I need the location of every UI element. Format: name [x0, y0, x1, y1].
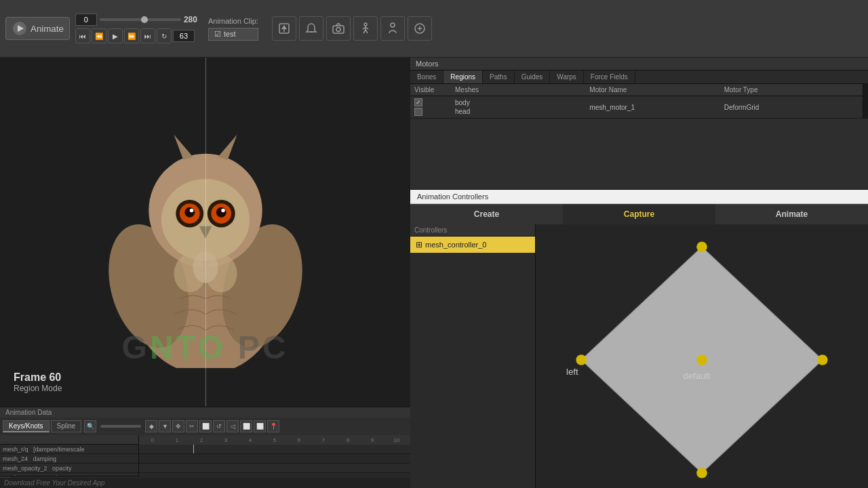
prev-frame-button[interactable]: ⏪: [92, 28, 106, 43]
tab-keys-knots[interactable]: Keys/Knots: [3, 420, 50, 432]
tab-bones[interactable]: Bones: [410, 70, 443, 83]
paste-tool[interactable]: ⬜: [254, 420, 266, 432]
motor-row-0[interactable]: body head mesh_motor_1 DeformGrid: [410, 96, 863, 119]
timeline-track-2: [139, 464, 410, 473]
frame-info: Frame 60 Region Mode: [14, 371, 62, 393]
motors-header: Motors: [410, 58, 868, 70]
bell-icon-button[interactable]: [299, 16, 323, 41]
point-left: [576, 354, 587, 365]
zoom-tool[interactable]: 🔍: [84, 420, 96, 432]
tab-force-fields[interactable]: Force Fields: [584, 70, 635, 83]
timeline-track-0: [139, 445, 410, 454]
track-label-3: mesh_motor_1 Point 6, 7, 3: [0, 473, 138, 476]
animation-data-panel: Animation Data Keys/Knots Spline 🔍 ◆ ▼ ✥…: [0, 407, 410, 488]
motors-tabs: Bones Regions Paths Guides Warps Force F…: [410, 70, 868, 84]
rewind-button[interactable]: ⏮: [75, 28, 90, 43]
timeline-tracks[interactable]: 0 1 2 3 4 5 6 7 8 9 10: [139, 435, 410, 476]
checkbox-body[interactable]: [414, 98, 422, 106]
top-toolbar: Animate 0 280 ⏮ ⏪ ▶ ⏩ ⏭ ↻ 63 Animation C…: [0, 0, 868, 58]
camera-icon: [332, 22, 345, 35]
motors-table-header: Visible Meshes Motor Name Motor Type: [410, 84, 863, 96]
tab-paths[interactable]: Paths: [483, 70, 515, 83]
main-content: G NTO PC Frame 60 Region Mode Animation …: [0, 58, 868, 488]
move-tool[interactable]: ✥: [172, 420, 184, 432]
tab-capture[interactable]: Capture: [563, 204, 715, 224]
controller-item-0[interactable]: ⊞ mesh_controller_0: [410, 237, 535, 253]
checkbox-head[interactable]: [414, 108, 422, 116]
tab-animate[interactable]: Animate: [715, 204, 868, 224]
diagram-svg: left default: [536, 224, 868, 488]
svg-point-32: [221, 208, 225, 212]
current-frame-input[interactable]: 63: [173, 30, 195, 42]
timeline-track-1: [139, 454, 410, 464]
tab-guides[interactable]: Guides: [515, 70, 551, 83]
timeline-area: mesh_r/q [dampen/timescale mesh_24 dampi…: [0, 435, 410, 476]
canvas-area[interactable]: G NTO PC Frame 60 Region Mode: [0, 58, 410, 407]
owl-viewport: G NTO PC: [0, 58, 410, 407]
skeleton-icon-button[interactable]: [353, 16, 378, 41]
clip-tab[interactable]: ☑ test: [208, 28, 258, 41]
tab-regions[interactable]: Regions: [443, 70, 483, 83]
animation-clip-label: Animation Clip:: [208, 17, 258, 25]
controller-icon: ⊞: [416, 240, 422, 249]
loop-tool[interactable]: ↺: [213, 420, 225, 432]
col-motor-name: Motor Name: [589, 86, 724, 94]
animation-controllers-header: Animation Controllers: [410, 190, 868, 204]
frame-number: Frame 60: [14, 371, 62, 384]
clip-checkbox-icon: ☑: [214, 30, 221, 39]
upload-icon: [277, 22, 291, 35]
next-frame-button[interactable]: ⏩: [124, 28, 139, 43]
tab-spline[interactable]: Spline: [51, 420, 82, 432]
camera-icon-button[interactable]: [326, 16, 351, 41]
prev-key[interactable]: ◁: [226, 420, 239, 432]
track-label-0: mesh_r/q [dampen/timescale: [0, 445, 138, 454]
controllers-main: Controllers ⊞ mesh_controller_0: [410, 224, 868, 488]
svg-line-13: [366, 30, 368, 33]
animate-label: Animate: [31, 24, 64, 34]
upload-icon-button[interactable]: [272, 16, 296, 41]
ruler-7: 7: [311, 437, 336, 443]
svg-marker-22: [174, 134, 193, 159]
controllers-list: Controllers ⊞ mesh_controller_0: [410, 224, 536, 488]
mesh-name-head: head: [455, 108, 589, 115]
motor-name: mesh_motor_1: [589, 104, 724, 111]
anim-data-tabs: Keys/Knots Spline: [3, 420, 81, 432]
point-top: [696, 242, 707, 253]
game-icon-button[interactable]: [408, 16, 432, 41]
anim-data-title: Animation Data: [5, 409, 52, 416]
delete-tool[interactable]: ⬜: [199, 420, 212, 432]
point-right: [817, 354, 828, 365]
pin-tool[interactable]: 📍: [267, 420, 279, 432]
checkbox-cell: [414, 98, 455, 116]
download-watermark: Download Free Your Desired App: [4, 479, 104, 487]
loop-button[interactable]: ↻: [157, 28, 172, 43]
animate-button[interactable]: Animate: [5, 17, 70, 40]
col-meshes: Meshes: [455, 86, 589, 94]
copy-tool[interactable]: ⬜: [240, 420, 252, 432]
ruler-9: 9: [360, 437, 384, 443]
end-frame-button[interactable]: ⏭: [140, 28, 155, 43]
select-tool[interactable]: ▼: [159, 420, 171, 432]
skeleton-icon: [359, 22, 372, 35]
cut-tool[interactable]: ✂: [186, 420, 198, 432]
tab-create[interactable]: Create: [410, 204, 563, 224]
svg-point-29: [184, 207, 195, 217]
play-button[interactable]: ▶: [108, 28, 123, 43]
motors-scrollbar[interactable]: [863, 84, 868, 119]
svg-point-7: [336, 28, 340, 32]
person-icon-button[interactable]: [380, 16, 405, 41]
keyframe-tool[interactable]: ◆: [145, 420, 157, 432]
timeline-labels: mesh_r/q [dampen/timescale mesh_24 dampi…: [0, 435, 139, 476]
animation-clip-section: Animation Clip: ☑ test: [208, 17, 258, 41]
tab-warps[interactable]: Warps: [550, 70, 584, 83]
person-icon: [386, 22, 399, 35]
track-label-1: mesh_24 damping: [0, 454, 138, 464]
frame-end-label: 280: [184, 15, 197, 24]
frame-start-input[interactable]: 0: [75, 14, 97, 26]
bell-icon: [304, 22, 318, 35]
frame-scrubber[interactable]: [100, 18, 181, 21]
svg-marker-3: [281, 25, 287, 29]
mesh-names: body head: [455, 99, 589, 115]
toolbar-icons: [272, 16, 432, 41]
ruler-3: 3: [214, 437, 238, 443]
